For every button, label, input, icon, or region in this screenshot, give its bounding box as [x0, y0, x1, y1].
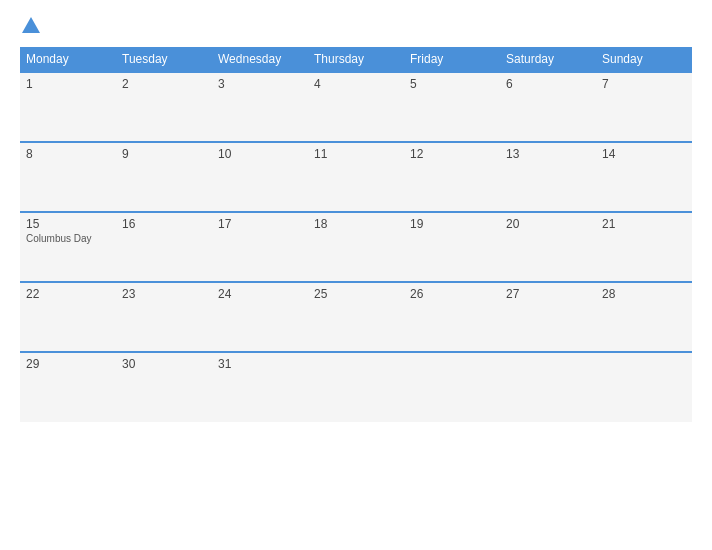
day-number: 30	[122, 357, 206, 371]
day-number: 1	[26, 77, 110, 91]
calendar-cell: 5	[404, 72, 500, 142]
calendar-cell: 8	[20, 142, 116, 212]
calendar-cell: 23	[116, 282, 212, 352]
calendar-cell: 6	[500, 72, 596, 142]
calendar-cell: 30	[116, 352, 212, 422]
day-number: 4	[314, 77, 398, 91]
calendar-cell	[404, 352, 500, 422]
calendar-cell	[500, 352, 596, 422]
day-number: 13	[506, 147, 590, 161]
event-label: Columbus Day	[26, 233, 110, 244]
calendar-cell: 11	[308, 142, 404, 212]
day-number: 18	[314, 217, 398, 231]
calendar-header-row: MondayTuesdayWednesdayThursdayFridaySatu…	[20, 47, 692, 72]
day-number: 29	[26, 357, 110, 371]
calendar-cell: 13	[500, 142, 596, 212]
calendar-cell: 12	[404, 142, 500, 212]
col-header-sunday: Sunday	[596, 47, 692, 72]
col-header-friday: Friday	[404, 47, 500, 72]
calendar-cell: 26	[404, 282, 500, 352]
calendar-week-row: 293031	[20, 352, 692, 422]
calendar-cell: 18	[308, 212, 404, 282]
day-number: 27	[506, 287, 590, 301]
day-number: 3	[218, 77, 302, 91]
day-number: 14	[602, 147, 686, 161]
day-number: 22	[26, 287, 110, 301]
calendar-week-row: 1234567	[20, 72, 692, 142]
day-number: 7	[602, 77, 686, 91]
calendar-cell: 7	[596, 72, 692, 142]
day-number: 19	[410, 217, 494, 231]
calendar-cell: 10	[212, 142, 308, 212]
calendar-cell: 1	[20, 72, 116, 142]
day-number: 6	[506, 77, 590, 91]
day-number: 8	[26, 147, 110, 161]
svg-marker-0	[22, 17, 40, 33]
calendar-cell: 22	[20, 282, 116, 352]
calendar-cell: 31	[212, 352, 308, 422]
calendar-body: 123456789101112131415Columbus Day1617181…	[20, 72, 692, 422]
calendar-table: MondayTuesdayWednesdayThursdayFridaySatu…	[20, 47, 692, 422]
day-number: 11	[314, 147, 398, 161]
col-header-saturday: Saturday	[500, 47, 596, 72]
calendar-cell: 25	[308, 282, 404, 352]
day-number: 21	[602, 217, 686, 231]
day-number: 10	[218, 147, 302, 161]
day-number: 31	[218, 357, 302, 371]
calendar-cell: 20	[500, 212, 596, 282]
calendar-cell: 21	[596, 212, 692, 282]
day-number: 15	[26, 217, 110, 231]
col-header-tuesday: Tuesday	[116, 47, 212, 72]
calendar-week-row: 15Columbus Day161718192021	[20, 212, 692, 282]
page: MondayTuesdayWednesdayThursdayFridaySatu…	[0, 0, 712, 550]
col-header-thursday: Thursday	[308, 47, 404, 72]
day-number: 16	[122, 217, 206, 231]
day-number: 24	[218, 287, 302, 301]
day-number: 17	[218, 217, 302, 231]
calendar-cell: 4	[308, 72, 404, 142]
logo	[20, 15, 44, 37]
day-number: 20	[506, 217, 590, 231]
day-number: 12	[410, 147, 494, 161]
calendar-week-row: 22232425262728	[20, 282, 692, 352]
calendar-cell: 27	[500, 282, 596, 352]
calendar-cell: 9	[116, 142, 212, 212]
col-header-monday: Monday	[20, 47, 116, 72]
calendar-cell: 29	[20, 352, 116, 422]
day-number: 5	[410, 77, 494, 91]
col-header-wednesday: Wednesday	[212, 47, 308, 72]
header	[20, 15, 692, 37]
day-number: 28	[602, 287, 686, 301]
calendar-cell: 15Columbus Day	[20, 212, 116, 282]
calendar-cell: 17	[212, 212, 308, 282]
calendar-cell: 19	[404, 212, 500, 282]
calendar-cell: 28	[596, 282, 692, 352]
calendar-week-row: 891011121314	[20, 142, 692, 212]
calendar-cell: 14	[596, 142, 692, 212]
logo-icon	[20, 15, 42, 37]
calendar-cell: 3	[212, 72, 308, 142]
calendar-cell: 16	[116, 212, 212, 282]
calendar-cell	[596, 352, 692, 422]
calendar-cell	[308, 352, 404, 422]
day-number: 25	[314, 287, 398, 301]
day-number: 9	[122, 147, 206, 161]
calendar-cell: 24	[212, 282, 308, 352]
calendar-cell: 2	[116, 72, 212, 142]
day-number: 26	[410, 287, 494, 301]
day-number: 2	[122, 77, 206, 91]
day-number: 23	[122, 287, 206, 301]
